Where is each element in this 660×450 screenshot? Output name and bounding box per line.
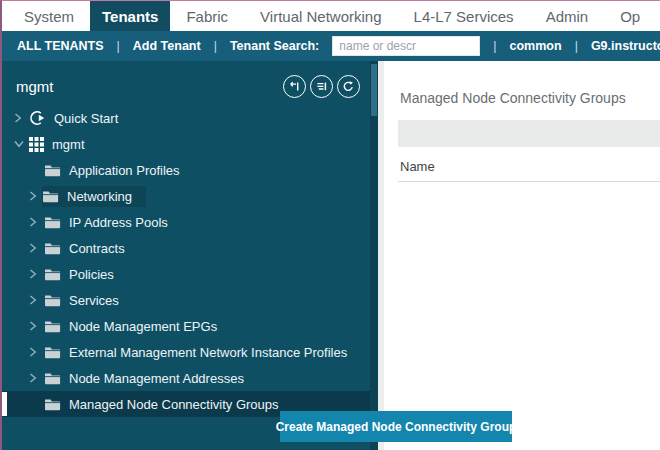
tree-item-application-profiles[interactable]: Application Profiles <box>2 157 370 183</box>
tree-item-label: Quick Start <box>54 111 118 126</box>
tenant-subnav: ALL TENANTS | Add Tenant | Tenant Search… <box>2 31 660 61</box>
chevron-right-icon[interactable] <box>29 373 44 383</box>
tree-item-label: Node Management Addresses <box>69 371 244 386</box>
nav-system[interactable]: System <box>8 1 90 31</box>
folder-icon <box>44 398 61 411</box>
tree-item-external-management-network-instance-profiles[interactable]: External Management Network Instance Pro… <box>2 339 370 365</box>
chevron-right-icon[interactable] <box>29 217 44 227</box>
tree-item-label: Networking <box>67 189 132 204</box>
folder-icon <box>44 294 61 307</box>
apic-window: SystemTenantsFabricVirtual NetworkingL4-… <box>0 0 660 450</box>
tenant-icon <box>29 137 44 152</box>
sidebar-header: mgmt <box>2 61 370 105</box>
sidebar-title: mgmt <box>16 78 54 95</box>
refresh-icon[interactable] <box>337 75 360 98</box>
folder-icon <box>42 190 59 203</box>
folder-icon <box>44 346 61 359</box>
top-navbar: SystemTenantsFabricVirtual NetworkingL4-… <box>2 1 660 31</box>
separator: | <box>493 39 496 53</box>
column-header-name[interactable]: Name <box>400 159 435 174</box>
tree-item-policies[interactable]: Policies <box>2 261 370 287</box>
tree-item-ip-address-pools[interactable]: IP Address Pools <box>2 209 370 235</box>
tenant-tree: Quick StartmgmtApplication ProfilesNetwo… <box>2 105 370 417</box>
tree-item-quick-start[interactable]: Quick Start <box>2 105 370 131</box>
folder-icon <box>44 164 61 177</box>
chevron-right-icon[interactable] <box>29 243 44 253</box>
nav-virtual-networking[interactable]: Virtual Networking <box>244 1 397 31</box>
tree-item-services[interactable]: Services <box>2 287 370 313</box>
folder-icon <box>44 372 61 385</box>
tree-item-label: External Management Network Instance Pro… <box>69 345 347 360</box>
nav-op[interactable]: Op <box>604 1 656 31</box>
folder-icon <box>44 216 61 229</box>
tenant-search-label: Tenant Search: <box>230 39 319 53</box>
tree-item-contracts[interactable]: Contracts <box>2 235 370 261</box>
tree-filter-icon[interactable] <box>310 75 333 98</box>
tree-item-label: Services <box>69 293 119 308</box>
chevron-right-icon[interactable] <box>14 113 29 123</box>
folder-icon <box>44 320 61 333</box>
tree-item-label: Policies <box>69 267 114 282</box>
tenant-search-input[interactable] <box>332 36 480 56</box>
table-header-row: Name <box>398 154 660 182</box>
tenant-tree-sidebar: mgmt Quick StartmgmtApplication Profiles… <box>2 61 370 450</box>
separator: | <box>117 39 120 53</box>
nav-admin[interactable]: Admin <box>530 1 605 31</box>
tree-item-node-management-addresses[interactable]: Node Management Addresses <box>2 365 370 391</box>
chevron-right-icon[interactable] <box>29 321 44 331</box>
all-tenants-link[interactable]: ALL TENANTS <box>17 39 104 53</box>
sidebar-header-icons <box>279 75 360 98</box>
app-body: mgmt Quick StartmgmtApplication Profiles… <box>2 61 660 450</box>
chevron-right-icon[interactable] <box>29 347 44 357</box>
quick-start-icon <box>29 110 46 126</box>
chevron-right-icon[interactable] <box>29 295 44 305</box>
tree-item-node-management-epgs[interactable]: Node Management EPGs <box>2 313 370 339</box>
collapse-tree-icon[interactable] <box>283 75 306 98</box>
tree-item-label: Application Profiles <box>69 163 180 178</box>
tree-item-label: Contracts <box>69 241 125 256</box>
separator: | <box>214 39 217 53</box>
tree-item-mgmt[interactable]: mgmt <box>2 131 370 157</box>
add-tenant-link[interactable]: Add Tenant <box>133 39 201 53</box>
chevron-down-icon[interactable] <box>14 140 29 148</box>
folder-icon <box>44 268 61 281</box>
nav-tenants[interactable]: Tenants <box>90 1 170 31</box>
sidebar-scrollbar-thumb[interactable] <box>371 64 377 116</box>
folder-icon <box>44 242 61 255</box>
main-panel: Managed Node Connectivity Groups Name <box>384 61 660 450</box>
separator: | <box>575 39 578 53</box>
tree-item-label: IP Address Pools <box>69 215 168 230</box>
chevron-right-icon[interactable] <box>29 269 44 279</box>
create-group-tooltip: Create Managed Node Connectivity Group <box>280 411 512 442</box>
tenant-link-common[interactable]: common <box>510 39 562 53</box>
sidebar-splitter[interactable] <box>370 61 378 450</box>
nav-l4-l7-services[interactable]: L4-L7 Services <box>398 1 530 31</box>
page-title: Managed Node Connectivity Groups <box>400 90 660 106</box>
tree-item-networking[interactable]: Networking <box>2 183 370 209</box>
tenant-link-g9-instructor[interactable]: G9.instructor <box>591 39 660 53</box>
tree-item-label: mgmt <box>52 137 85 152</box>
table-toolbar <box>398 120 660 147</box>
tree-item-label: Node Management EPGs <box>69 319 217 334</box>
tree-item-label: Managed Node Connectivity Groups <box>69 397 279 412</box>
nav-fabric[interactable]: Fabric <box>170 1 244 31</box>
